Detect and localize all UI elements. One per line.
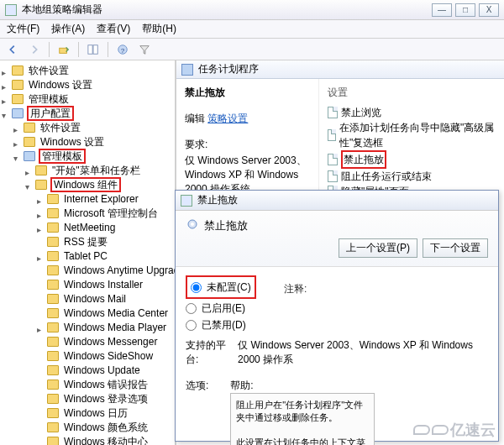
svg-point-6 [191, 222, 194, 226]
dialog-heading: 禁止拖放 [204, 218, 248, 233]
tree-node[interactable]: 管理模板 [27, 93, 71, 105]
radio-input[interactable] [186, 320, 197, 331]
tree-node[interactable]: Windows 登录选项 [62, 393, 150, 405]
dialog-titlebar[interactable]: 禁止拖放 [176, 191, 498, 211]
close-button[interactable]: X [479, 3, 499, 17]
policy-icon [328, 129, 336, 141]
radio-not-configured[interactable]: 未配置(C) [191, 279, 251, 296]
expand-icon[interactable]: ▸ [2, 65, 11, 75]
expand-icon[interactable]: ▸ [2, 80, 11, 89]
selected-setting-title: 禁止拖放 [185, 86, 310, 100]
tree-node[interactable]: Windows Update [62, 364, 142, 376]
setting-item[interactable]: 阻止任务运行或结束 [328, 169, 496, 184]
options-label: 选项: [186, 379, 208, 393]
window-title: 本地组策略编辑器 [22, 3, 102, 17]
tree-node[interactable]: Windows 设置 [39, 136, 106, 148]
titlebar[interactable]: 本地组策略编辑器 — □ X [0, 0, 504, 20]
tree-node-user-config[interactable]: 用户配置 [27, 106, 74, 121]
tree-node[interactable]: Windows SideShow [62, 350, 155, 362]
help-label: 帮助: [230, 379, 375, 393]
note-label: 注释: [284, 282, 307, 296]
radio-disabled[interactable]: 已禁用(D) [186, 317, 488, 333]
collapse-icon[interactable]: ▾ [25, 180, 34, 189]
collapse-icon[interactable]: ▾ [2, 108, 11, 118]
setting-item[interactable]: 禁止浏览 [328, 105, 496, 120]
menu-view[interactable]: 查看(V) [97, 22, 130, 36]
expand-icon[interactable]: ▸ [13, 137, 23, 146]
edit-policy-link[interactable]: 策略设置 [207, 113, 248, 124]
app-icon [5, 4, 17, 16]
gear-icon [186, 217, 199, 233]
policy-icon [328, 170, 338, 182]
up-button[interactable] [55, 41, 73, 58]
setting-item-selected[interactable]: 禁止拖放 [328, 150, 496, 169]
menubar: 文件(F) 操作(A) 查看(V) 帮助(H) [0, 20, 504, 39]
next-setting-button[interactable]: 下一个设置 [423, 238, 488, 258]
collapse-icon[interactable]: ▾ [13, 151, 23, 160]
tree-node[interactable]: RSS 提要 [62, 236, 109, 248]
tree-node[interactable]: 软件设置 [39, 122, 82, 134]
menu-help[interactable]: 帮助(H) [142, 22, 176, 36]
settings-column-header: 设置 [328, 86, 496, 100]
expand-icon[interactable]: ▸ [37, 194, 46, 203]
tree-node[interactable]: Windows 日历 [62, 407, 129, 419]
tree-node[interactable]: Windows Media Player [62, 322, 168, 333]
folder-icon [181, 64, 193, 76]
setting-item[interactable]: 在添加计划任务向导中隐藏"高级属性"复选框 [328, 120, 496, 150]
tree-node[interactable]: Windows 错误报告 [62, 379, 150, 390]
policy-icon [328, 107, 338, 118]
expand-icon[interactable]: ▸ [37, 222, 46, 232]
expand-icon[interactable]: ▸ [37, 208, 46, 217]
svg-text:?: ? [121, 46, 125, 54]
expand-icon[interactable]: ▸ [37, 322, 46, 332]
expand-icon[interactable]: ▸ [13, 123, 23, 132]
radio-enabled[interactable]: 已启用(E) [186, 300, 488, 317]
right-pane-title: 任务计划程序 [198, 62, 259, 76]
tree-node[interactable]: Tablet PC [62, 250, 109, 262]
filter-button[interactable] [135, 41, 154, 58]
minimize-button[interactable]: — [432, 3, 452, 17]
tree-node[interactable]: Windows Installer [62, 279, 144, 291]
toolbar: ? [0, 39, 504, 60]
right-pane-header: 任务计划程序 [176, 60, 504, 79]
tree-node[interactable]: "开始"菜单和任务栏 [50, 165, 142, 176]
menu-file[interactable]: 文件(F) [7, 22, 39, 36]
requirements-label: 要求: [185, 138, 310, 152]
expand-icon[interactable]: ▸ [37, 251, 46, 260]
tree-node[interactable]: NetMeeting [62, 222, 117, 233]
tree-node[interactable]: Windows Messenger [62, 336, 159, 348]
menu-action[interactable]: 操作(A) [51, 22, 85, 36]
tree-node[interactable]: Microsoft 管理控制台 [62, 207, 160, 219]
tree-node[interactable]: Internet Explorer [62, 193, 140, 205]
tree-node-admin-templates[interactable]: 管理模板 [39, 149, 86, 164]
help-button[interactable]: ? [113, 41, 132, 58]
expand-icon[interactable]: ▸ [2, 94, 11, 103]
forward-button[interactable] [25, 41, 44, 58]
tree-node-win-components[interactable]: Windows 组件 [50, 177, 121, 192]
tree-node[interactable]: Windows 设置 [27, 79, 94, 91]
policy-setting-dialog[interactable]: 禁止拖放 禁止拖放 上一个设置(P) 下一个设置 未配置(C) 注释: 已启用(… [175, 190, 499, 442]
maximize-button[interactable]: □ [455, 3, 475, 17]
tree-node[interactable]: Windows Anytime Upgrade [62, 264, 176, 276]
back-button[interactable] [3, 41, 22, 58]
tree-node[interactable]: Windows Media Center [62, 307, 170, 319]
svg-rect-1 [88, 44, 92, 54]
svg-rect-0 [60, 48, 67, 53]
tree-node[interactable]: Windows 颜色系统 [62, 421, 150, 433]
svg-rect-2 [93, 44, 97, 54]
dialog-icon [181, 195, 192, 207]
help-text-box: 阻止用户在"任务计划程序"文件夹中通过移或删除任务。 此设置在计划任务中的上下文… [230, 393, 375, 445]
edit-label: 编辑 [185, 113, 205, 124]
radio-input[interactable] [191, 282, 202, 293]
expand-icon[interactable]: ▸ [25, 165, 34, 175]
radio-input[interactable] [186, 303, 197, 314]
tree-node[interactable]: Windows 移动中心 [62, 436, 150, 445]
tree-node[interactable]: Windows Mail [62, 293, 128, 305]
tree-node[interactable]: 软件设置 [27, 65, 71, 76]
tree-pane[interactable]: ▸软件设置 ▸Windows 设置 ▸管理模板 ▾用户配置 ▸软件设置 ▸Win… [0, 60, 176, 445]
show-hide-button[interactable] [84, 41, 102, 58]
supported-platform-label: 支持的平台: [186, 338, 231, 367]
supported-platform-text: 仅 Windows Server 2003、Windows XP 和 Windo… [238, 338, 488, 367]
prev-setting-button[interactable]: 上一个设置(P) [339, 238, 417, 258]
policy-icon [328, 154, 338, 165]
